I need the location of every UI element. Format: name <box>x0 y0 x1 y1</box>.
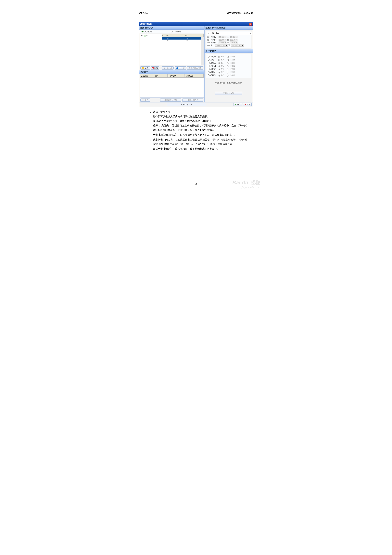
list-row[interactable]: 0202 <box>162 40 204 42</box>
tree-pane[interactable]: ⋯01 <box>140 34 162 65</box>
time-dropdown[interactable]: 默认开门时间 <box>207 32 252 35</box>
sect1-title: 选择门禁及人员 <box>153 110 253 114</box>
chk-wed[interactable]: 星期三 <box>207 61 216 64</box>
next-button[interactable]: ▶▶ 下一步 <box>175 66 186 70</box>
chk-mon[interactable]: 星期一 <box>207 55 216 58</box>
time-settings: 默认开门时间 第一时间段：00:00至23:59 第二时间段：00:00至23:… <box>206 31 251 48</box>
person-list[interactable]: ◂ 编号 姓名 0101 0202 <box>162 34 204 65</box>
exception-list: 星期一整日非整日 星期二整日非整日 星期三整日非整日 星期四整日非整日 星期五整… <box>206 54 251 78</box>
company: 深圳市披克电子有限公司 <box>226 12 253 15</box>
confirm-header: 人员姓名 编号 门禁名称 异常情况 <box>140 74 204 78</box>
exception-header: 以下时间例外 <box>205 49 253 53</box>
chk-sun[interactable]: 星期日 <box>207 74 216 77</box>
add-confirm-button[interactable]: ⇩ 加入确认列表 <box>187 66 203 70</box>
radio-person[interactable]: 人员优先 <box>141 30 152 33</box>
del-all-button[interactable]: 删除全部内容 <box>182 99 203 102</box>
bullet-icon: ➢ <box>150 138 151 151</box>
chk-sat[interactable]: 星期六 <box>207 71 216 74</box>
time-from-2[interactable]: 00:00 <box>219 39 227 41</box>
cancel-button[interactable]: ✖ 取消 <box>243 103 252 106</box>
scrollbar[interactable] <box>201 37 204 65</box>
chk-fri[interactable]: 星期五 <box>207 68 216 71</box>
chk-tue[interactable]: 星期二 <box>207 58 216 61</box>
dialog-screenshot: 增加门禁权限 ✕ 选择门禁及人员 人员优先 门禁优先 ⋯01 ◂ 编号 <box>139 22 253 107</box>
bullet-icon: ➢ <box>150 110 151 137</box>
radio-door[interactable]: 门禁优先 <box>170 30 181 33</box>
body-text: ➢ 选择门禁及人员 操作员可以根据人员优先或门禁优先进行人员授权。 我们以"人员… <box>150 110 253 151</box>
page-header: PEAKE 深圳市披克电子有限公司 <box>139 12 253 15</box>
time-to-2[interactable]: 23:59 <box>229 39 237 41</box>
list-row[interactable]: 0101 <box>162 37 204 40</box>
brand: PEAKE <box>139 12 148 15</box>
radio-full-1[interactable]: 整日 <box>217 55 224 58</box>
confirm-body[interactable] <box>140 78 204 97</box>
radio-notfull-1[interactable]: 非整日 <box>226 55 235 58</box>
ok-button[interactable]: ✔ 确定 <box>234 103 242 106</box>
find-button[interactable]: ◥查找 <box>151 66 159 70</box>
time-from-3[interactable]: 00:00 <box>219 42 227 44</box>
footer-bar: 选中:1 总计:2 ✔ 确定 ✖ 取消 <box>139 102 253 107</box>
confirm-section-header: 确认操作 <box>139 70 204 74</box>
status-text: 选中:1 总计:2 <box>167 103 206 106</box>
time-to-1[interactable]: 23:59 <box>229 36 237 38</box>
list-header: ◂ 编号 姓名 <box>162 34 204 37</box>
close-icon[interactable]: ✕ <box>249 22 252 26</box>
watermark: Bai du 经验 jingyan.baidu.com <box>232 179 260 189</box>
prev-button[interactable]: ◀◀ 上一步 <box>162 66 174 70</box>
priority-radios: 人员优先 门禁优先 <box>139 30 204 33</box>
del-selected-button[interactable]: 删除选中的内容 <box>160 99 181 102</box>
time-to-3[interactable]: 23:59 <box>229 42 237 44</box>
date-from[interactable]: 2000-01-01 <box>215 44 228 47</box>
time-from-1[interactable]: 00:00 <box>219 36 227 38</box>
default-note: <无通用设置，使用系统默认设置> <box>205 79 253 91</box>
date-to[interactable]: 2019-12-31 <box>231 44 244 47</box>
dialog-title: 增加门禁权限 <box>140 23 152 26</box>
right-section-header: 选择开门时间段及有效期 <box>205 26 253 30</box>
tree-node[interactable]: ⋯01 <box>141 35 161 37</box>
chk-thu[interactable]: 星期四 <box>207 65 216 67</box>
chevron-down-icon <box>250 33 251 34</box>
select-all-button[interactable]: 全选 <box>140 66 150 70</box>
update-button[interactable]: 更新当前设置 <box>215 92 242 95</box>
titlebar: 增加门禁权限 ✕ <box>139 22 253 26</box>
confirm-select-all-button[interactable]: 全选 <box>140 99 150 102</box>
left-section-header: 选择门禁及人员 <box>139 26 204 30</box>
